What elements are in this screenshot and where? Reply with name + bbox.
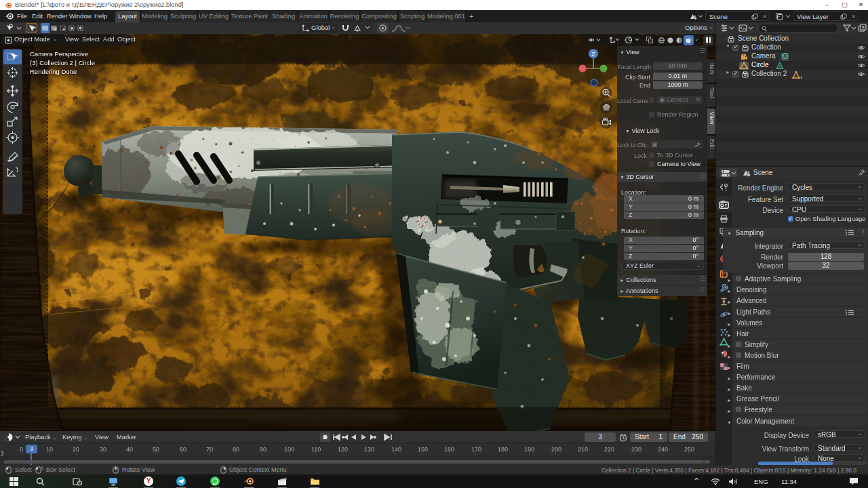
svg-text:1: 1 [800,75,803,79]
svg-text:Z: Z [591,51,595,58]
